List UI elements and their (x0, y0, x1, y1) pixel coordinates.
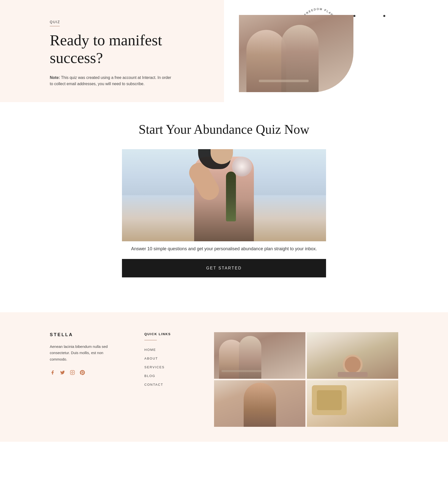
facebook-icon[interactable] (50, 370, 55, 375)
decorative-dot-1 (353, 15, 355, 17)
brand-description: Aenean lacinia bibendum nulla sed consec… (50, 343, 119, 363)
nav-link-about[interactable]: ABOUT (144, 357, 199, 360)
quiz-divider (50, 26, 60, 26)
social-icons (50, 370, 119, 375)
twitter-icon[interactable] (60, 370, 65, 375)
hero-image-container: YOUR FREEDOM PLAN • TAKE THE QUIZ • DISC… (239, 7, 363, 92)
nav-link-contact[interactable]: CONTACT (144, 383, 199, 386)
hero-right: YOUR FREEDOM PLAN • TAKE THE QUIZ • DISC… (224, 0, 448, 102)
instagram-icon[interactable] (70, 370, 75, 375)
footer-inner: STELLA Aenean lacinia bibendum nulla sed… (50, 332, 398, 427)
gallery-item-1 (214, 332, 305, 379)
hero-photo (239, 15, 353, 92)
quiz-label: QUIZ (50, 20, 194, 24)
quiz-label-container: QUIZ (50, 20, 194, 26)
get-started-button[interactable]: GET STARTED (122, 259, 326, 277)
footer-gallery (214, 332, 398, 427)
footer-brand: STELLA Aenean lacinia bibendum nulla sed… (50, 332, 129, 376)
hero-note: Note: This quiz was created using a free… (50, 74, 174, 87)
hero-heading: Ready to manifest success? (50, 31, 194, 67)
footer-links: QUICK LINKS HOME ABOUT SERVICES BLOG CON… (129, 332, 199, 391)
quiz-description: Answer 10 simple questions and get your … (122, 241, 326, 259)
gallery-item-2 (307, 332, 398, 379)
footer: STELLA Aenean lacinia bibendum nulla sed… (0, 312, 448, 442)
nav-link-home[interactable]: HOME (144, 348, 199, 352)
quiz-section-title: Start Your Abundance Quiz Now (0, 122, 448, 137)
svg-rect-1 (70, 371, 75, 375)
quick-links-title: QUICK LINKS (144, 332, 199, 336)
quiz-image-block: Answer 10 simple questions and get your … (122, 149, 326, 277)
nav-link-blog[interactable]: BLOG (144, 374, 199, 378)
gallery-item-3 (214, 380, 305, 427)
hero-left: QUIZ Ready to manifest success? Note: Th… (0, 0, 224, 102)
gallery-item-4 (307, 380, 398, 427)
quiz-section: Start Your Abundance Quiz Now Answer 10 … (0, 102, 448, 292)
decorative-dot-2 (383, 15, 385, 17)
pinterest-icon[interactable] (80, 370, 85, 375)
links-divider (144, 340, 157, 340)
top-section: QUIZ Ready to manifest success? Note: Th… (0, 0, 448, 102)
brand-name: STELLA (50, 332, 119, 337)
nav-link-services[interactable]: SERVICES (144, 365, 199, 369)
quiz-photo (122, 149, 326, 241)
